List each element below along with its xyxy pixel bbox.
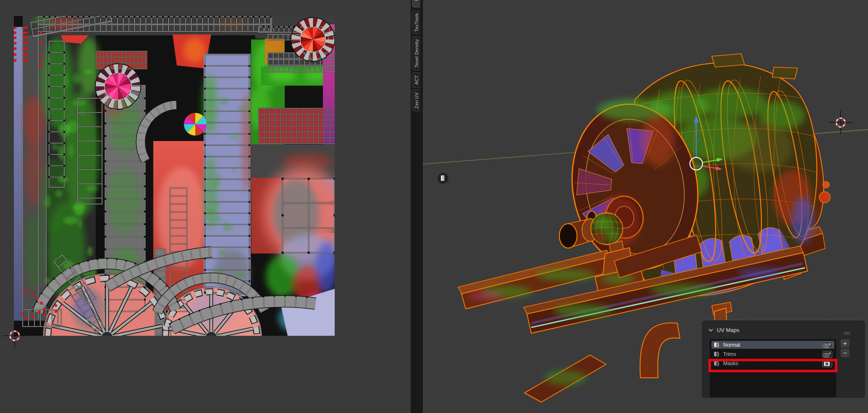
- uv-editor: [0, 0, 412, 413]
- uvmap-name: Masks: [723, 361, 738, 366]
- uv-maps-list: Normal Trims: [710, 339, 836, 397]
- tab-textools[interactable]: TexTools: [412, 10, 420, 34]
- blender-window: UV TexTools Texel Density ACT Zen UV: [0, 0, 868, 413]
- panel-title: UV Maps: [717, 327, 739, 333]
- uvmap-icon: [713, 351, 720, 357]
- uvmap-row-masks[interactable]: Masks: [711, 359, 834, 367]
- tab-uv[interactable]: UV: [412, 0, 420, 8]
- uvmap-row-normal[interactable]: Normal: [711, 341, 834, 349]
- move-gizmo[interactable]: [672, 114, 726, 173]
- uvmap-icon: [713, 342, 720, 348]
- uv-maps-panel-header[interactable]: UV Maps: [703, 324, 865, 335]
- uvmap-list-buttons: + −: [840, 339, 850, 358]
- camera-disabled-icon[interactable]: [822, 342, 832, 349]
- uvmap-name: Normal: [723, 342, 740, 348]
- collapsed-region-marker-icon[interactable]: [437, 173, 449, 184]
- chevron-down-icon[interactable]: [708, 329, 713, 332]
- uvmap-name: Trims: [723, 351, 736, 357]
- tab-zen-uv-label: Zen UV: [414, 92, 419, 109]
- tab-uv-label: UV: [414, 0, 419, 1]
- uvmap-icon: [713, 360, 720, 366]
- camera-disabled-icon[interactable]: [822, 351, 832, 358]
- tab-act-label: ACT: [414, 75, 419, 85]
- uv-maps-panel: UV Maps Normal: [702, 320, 865, 398]
- camera-active-icon[interactable]: [822, 360, 832, 367]
- tab-texel-density-label: Texel Density: [414, 39, 419, 68]
- tab-texel-density[interactable]: Texel Density: [412, 37, 420, 71]
- uv-map-canvas: [14, 16, 335, 336]
- sidebar-tab-strip: UV TexTools Texel Density ACT Zen UV: [411, 0, 423, 413]
- drag-handle-icon[interactable]: [844, 332, 850, 335]
- uvmap-row-trims[interactable]: Trims: [711, 350, 834, 358]
- tab-zen-uv[interactable]: Zen UV: [412, 89, 420, 111]
- remove-uvmap-button[interactable]: −: [840, 348, 850, 358]
- tab-act[interactable]: ACT: [412, 72, 420, 88]
- tab-textools-label: TexTools: [414, 13, 419, 31]
- add-uvmap-button[interactable]: +: [840, 339, 850, 348]
